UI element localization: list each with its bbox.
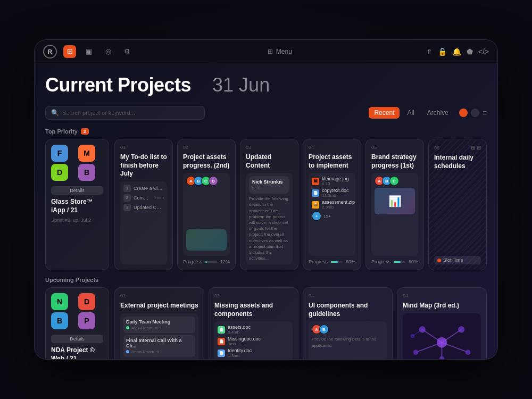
progress-bar-fill: [394, 261, 401, 263]
card-inner-files: 🖼 fileimage.jpg 6.10 📄 copytext.doc: [309, 173, 355, 256]
proj-card-missing-assets[interactable]: 02 Missing assets and components 📄 asset…: [209, 287, 298, 359]
nav-calendar-icon[interactable]: ▣: [82, 45, 95, 58]
filter-recent[interactable]: Recent: [369, 107, 400, 119]
card-title-up-01: External project meetings: [120, 302, 198, 310]
share-icon[interactable]: ⇧: [426, 47, 433, 56]
file-item: 📄 Missingdoc.doc 3mb: [218, 336, 289, 346]
task-item: 3 Updated Content: [123, 204, 164, 211]
projects-scroll-area[interactable]: Top Priority 2 F M D B Details Glass Sto…: [45, 128, 487, 359]
section-upcoming: Upcoming Projects: [45, 277, 487, 283]
card-num-up-02: 02: [214, 293, 293, 298]
code-icon[interactable]: </>: [478, 47, 489, 56]
top-priority-sidebar: F M D B Details Glass Store™ iApp / 21 S…: [45, 139, 109, 270]
slot-time-badge: Slot Time: [434, 256, 481, 264]
nav-menu-center[interactable]: ⊞ Menu: [140, 48, 420, 55]
progress-row: Progress 60%: [371, 259, 418, 264]
avatar-row: A B C: [375, 176, 415, 186]
card-title-04a: Project assets to implement: [309, 153, 355, 170]
search-input-label: Search project or keyword...: [62, 110, 135, 116]
filter-archive[interactable]: Archive: [422, 107, 454, 119]
upcoming-details-btn[interactable]: Details: [51, 335, 103, 343]
app-icon-p: P: [78, 312, 95, 329]
card-title-up-mindmap: Mind Map (3rd ed.): [403, 302, 481, 310]
top-priority-card-title: Glass Store™ iApp / 21: [51, 198, 103, 214]
card-inner-brand: A B C 📊: [371, 173, 418, 256]
file-icon: 📄: [218, 350, 225, 357]
progress-row: Progress 60%: [309, 259, 355, 264]
top-priority-row: F M D B Details Glass Store™ iApp / 21 S…: [45, 139, 487, 270]
proj-card-meetings[interactable]: 01 External project meetings Daily Team …: [114, 287, 204, 359]
main-content: Current Projects 31 Jun 🔍 Search project…: [35, 63, 497, 359]
card-num-up-04: 04: [309, 293, 387, 298]
search-icon: 🔍: [51, 109, 59, 117]
upcoming-card-title: NDA Project © Web / 21: [51, 346, 103, 359]
card-title-05: Brand strategy progress (1st): [371, 153, 418, 170]
color-dot-orange[interactable]: [459, 109, 468, 117]
lock-icon[interactable]: 🔒: [438, 47, 447, 56]
file-icon: 🖼: [312, 178, 319, 185]
card-num-05: 05: [371, 145, 418, 150]
svg-point-7: [458, 326, 464, 332]
proj-card-mindmap[interactable]: 04 Mind Map (3rd ed.): [397, 287, 487, 359]
app-icon-m: M: [78, 145, 95, 162]
top-navigation: R ⊞ ▣ ◎ ⚙ ⊞ Menu ⇧ 🔒 🔔 ⬟ </>: [35, 40, 497, 63]
ui-description: Provide the following details to the app…: [312, 336, 384, 348]
card-title-up-02: Missing assets and components: [214, 302, 293, 318]
color-dot-empty1[interactable]: [471, 109, 479, 117]
file-item: 📦 assessment.zip 2.9mb: [312, 200, 352, 210]
nav-home-icon[interactable]: ⊞: [63, 45, 76, 58]
app-icon-d2: D: [78, 293, 95, 310]
card-inner-person: Nick Strunkis 5:10 Provide the following…: [246, 173, 293, 264]
file-item: 📄 copytext.doc 13.5mb: [312, 188, 352, 198]
section-top-priority: Top Priority 2: [45, 128, 487, 135]
progress-row: Progress 12%: [183, 259, 230, 264]
layers-icon[interactable]: ⬟: [467, 47, 473, 56]
top-priority-cards: 01 My To-do list to finish before July 1…: [114, 139, 487, 270]
card-inner-ui: A B Provide the following details to the…: [309, 321, 387, 359]
menu-label: Menu: [276, 48, 292, 55]
card-inner-meetings: Daily Team Meeting Alex-Room, #21 Final …: [120, 313, 198, 359]
notification-icon[interactable]: 🔔: [452, 47, 461, 56]
proj-card-ui-components[interactable]: 04 UI components and guidelines A B Prov…: [303, 287, 393, 359]
search-box[interactable]: 🔍 Search project or keyword...: [45, 106, 205, 120]
avatar: +: [312, 211, 321, 221]
top-priority-badge: 2: [81, 128, 89, 135]
app-icon-b2: B: [51, 312, 68, 329]
proj-card-daily-schedules[interactable]: 06 ⊞ ⊞ Internal daily schedules Slot Tim…: [428, 139, 487, 270]
proj-card-todo[interactable]: 01 My To-do list to finish before July 1…: [114, 139, 173, 270]
toolbar: 🔍 Search project or keyword... Recent Al…: [45, 106, 487, 120]
file-icon: 📦: [312, 201, 319, 209]
extra-avatars: +: [312, 211, 321, 221]
card-title-06: Internal daily schedules: [434, 154, 481, 170]
top-priority-details-btn[interactable]: Details: [51, 186, 103, 195]
app-icon-n: N: [51, 293, 68, 310]
proj-card-assets-progress[interactable]: 02 Project assets progress. (2nd) A B C …: [177, 139, 236, 270]
mindmap-svg: [403, 313, 481, 359]
nav-settings-icon[interactable]: ⚙: [121, 45, 134, 58]
filter-all[interactable]: All: [402, 107, 419, 119]
file-item: 📄 Identity.doc 1.3am: [218, 348, 289, 358]
upcoming-sidebar: N D B P Details NDA Project © Web / 21 K…: [45, 287, 109, 359]
card-title-up-04: UI components and guidelines: [309, 302, 387, 318]
person-card: Nick Strunkis 5:10: [249, 176, 289, 194]
proj-card-updated-content[interactable]: 03 Updated Content Nick Strunkis 5:10 Pr…: [240, 139, 298, 270]
card-title-03: Updated Content: [246, 153, 293, 170]
card-num-06: 06: [434, 145, 439, 151]
upcoming-app-icons: N D B P: [51, 293, 103, 329]
file-icon: 📄: [218, 326, 225, 334]
card-inner-hatched: [434, 173, 481, 253]
card-num-04a: 04: [309, 145, 355, 150]
app-icon-f: F: [51, 145, 68, 162]
nav-bell-icon[interactable]: ◎: [102, 45, 114, 58]
card-num-up-01: 01: [120, 293, 198, 298]
app-logo[interactable]: R: [43, 45, 57, 59]
progress-bar-bg: [394, 261, 405, 263]
toolbar-dots: ≡: [459, 109, 487, 117]
filter-icon[interactable]: ≡: [483, 109, 487, 117]
proj-card-brand-strategy[interactable]: 05 Brand strategy progress (1st) A B C 📊: [365, 139, 424, 270]
proj-card-assets-impl[interactable]: 04 Project assets to implement 🖼 fileima…: [303, 139, 361, 270]
app-window: R ⊞ ▣ ◎ ⚙ ⊞ Menu ⇧ 🔒 🔔 ⬟ </> Current Pro…: [35, 40, 497, 359]
card-inner-missing: 📄 assets.doc 3.4mb 📄 Missingdoc.doc: [214, 321, 293, 359]
meeting-dot: [126, 350, 129, 353]
card-title-02: Project assets progress. (2nd): [183, 153, 230, 170]
